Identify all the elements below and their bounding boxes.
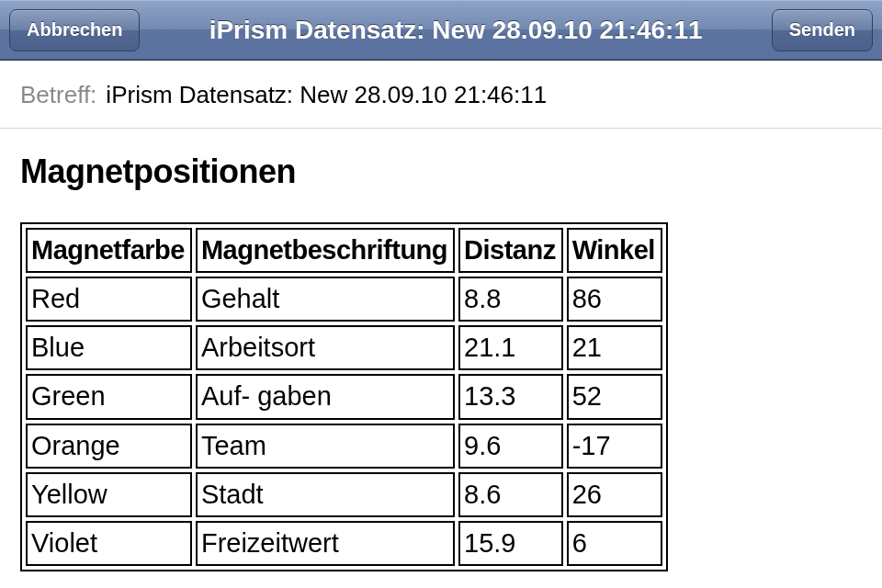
cell-distance: 13.3 xyxy=(458,374,563,419)
subject-label: Betreff: xyxy=(20,81,96,109)
cell-label: Auf- gaben xyxy=(196,374,455,419)
cell-color: Blue xyxy=(26,325,192,370)
navbar-title: iPrism Datensatz: New 28.09.10 21:46:11 xyxy=(140,16,771,45)
cell-distance: 15.9 xyxy=(458,521,563,566)
table-row: Blue Arbeitsort 21.1 21 xyxy=(26,325,662,370)
table-row: Red Gehalt 8.8 86 xyxy=(26,277,662,322)
cell-color: Red xyxy=(26,277,192,322)
cell-distance: 21.1 xyxy=(458,325,563,370)
cell-angle: 86 xyxy=(567,277,662,322)
email-body[interactable]: Magnetpositionen Magnetfarbe Magnetbesch… xyxy=(0,129,882,588)
table-header-row: Magnetfarbe Magnetbeschriftung Distanz W… xyxy=(26,228,662,273)
section-heading: Magnetpositionen xyxy=(20,153,862,191)
magnet-table: Magnetfarbe Magnetbeschriftung Distanz W… xyxy=(20,222,668,571)
table-row: Green Auf- gaben 13.3 52 xyxy=(26,374,662,419)
cell-label: Gehalt xyxy=(196,277,455,322)
table-header: Magnetbeschriftung xyxy=(196,228,455,273)
subject-row: Betreff: iPrism Datensatz: New 28.09.10 … xyxy=(0,61,882,129)
subject-input[interactable]: iPrism Datensatz: New 28.09.10 21:46:11 xyxy=(106,81,547,109)
send-button[interactable]: Senden xyxy=(772,9,873,51)
table-header: Magnetfarbe xyxy=(26,228,192,273)
cell-color: Violet xyxy=(26,521,192,566)
cell-label: Stadt xyxy=(196,472,455,517)
cell-angle: 52 xyxy=(567,374,662,419)
cell-label: Freizeitwert xyxy=(196,521,455,566)
cell-color: Orange xyxy=(26,424,192,469)
table-row: Yellow Stadt 8.6 26 xyxy=(26,472,662,517)
table-row: Violet Freizeitwert 15.9 6 xyxy=(26,521,662,566)
cancel-button[interactable]: Abbrechen xyxy=(9,9,140,51)
table-header: Winkel xyxy=(567,228,662,273)
cell-label: Team xyxy=(196,424,455,469)
cell-angle: -17 xyxy=(567,424,662,469)
cell-distance: 8.8 xyxy=(458,277,563,322)
cell-angle: 6 xyxy=(567,521,662,566)
cell-distance: 9.6 xyxy=(458,424,563,469)
navbar: Abbrechen iPrism Datensatz: New 28.09.10… xyxy=(0,0,882,61)
cell-angle: 21 xyxy=(567,325,662,370)
cell-label: Arbeitsort xyxy=(196,325,455,370)
cell-color: Yellow xyxy=(26,472,192,517)
cell-color: Green xyxy=(26,374,192,419)
table-row: Orange Team 9.6 -17 xyxy=(26,424,662,469)
cell-angle: 26 xyxy=(567,472,662,517)
table-header: Distanz xyxy=(458,228,563,273)
cell-distance: 8.6 xyxy=(458,472,563,517)
